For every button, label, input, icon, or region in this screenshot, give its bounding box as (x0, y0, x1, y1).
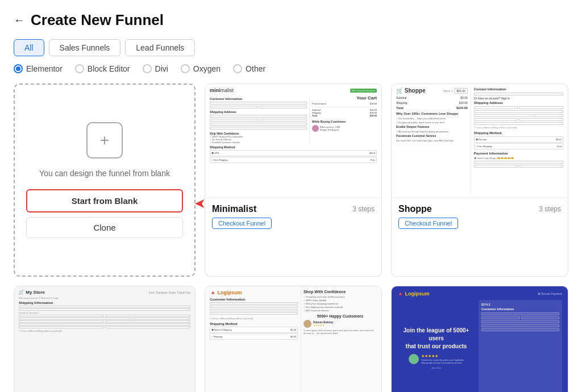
page-header: ← Create New Funnel (14, 11, 568, 29)
radio-divi-label: Divi (155, 64, 168, 73)
funnel-card-mystore: 🛒 My Store CartCheckoutOrderThank You Re… (14, 286, 196, 392)
funnel-preview-logipsum: 🔺 Logipsum Customer Information ☐ How a … (205, 286, 381, 392)
funnel-card-info-minimalist: Minimalist 3 steps Checkout Funnel (205, 198, 381, 235)
funnel-badge-minimalist[interactable]: Checkout Funnel (212, 218, 272, 229)
funnel-card-logipsum2: 🔺 Logipsum ⦿ Secure Payment Join the lea… (391, 286, 568, 392)
preview-section-shipping: Shipping Address (210, 110, 307, 114)
start-blank-button[interactable]: Start from Blank (26, 189, 183, 212)
filter-tabs: All Sales Funnels Lead Funnels (14, 39, 568, 56)
radio-other-circle (233, 64, 242, 73)
preview-shipping-method: Shipping Method (210, 145, 377, 149)
funnel-grid-top: + You can design the funnel from blank S… (14, 84, 568, 277)
radio-block-editor-circle (75, 64, 84, 73)
radio-elementor-label: Elementor (26, 64, 63, 73)
tab-sales-funnels[interactable]: Sales Funnels (49, 39, 121, 56)
radio-block-editor-label: Block Editor (88, 64, 130, 73)
radio-oxygen-label: Oxygen (193, 64, 221, 73)
funnel-grid-bottom: 🛒 My Store CartCheckoutOrderThank You Re… (14, 286, 568, 392)
preview-cart-title: Your Cart (312, 95, 377, 101)
back-arrow-icon: ← (14, 14, 25, 27)
funnel-name-minimalist: Minimalist 3 steps (212, 204, 375, 214)
radio-other-label: Other (246, 64, 265, 73)
tab-lead-funnels[interactable]: Lead Funnels (125, 39, 195, 56)
page-wrapper: ← Create New Funnel All Sales Funnels Le… (0, 0, 582, 392)
funnel-preview-minimalist: minimalist SSL Secured Checkout Customer… (205, 84, 381, 198)
blank-card-description: You can design the funnel from blank (39, 169, 170, 178)
page-title: Create New Funnel (31, 11, 164, 29)
plus-icon: + (100, 131, 109, 149)
preview-ssl-badge: SSL Secured Checkout (350, 89, 377, 93)
tab-all[interactable]: All (14, 39, 44, 56)
radio-oxygen[interactable]: Oxygen (181, 64, 221, 73)
blank-card-icon: + (86, 122, 123, 159)
radio-elementor-circle (14, 64, 23, 73)
funnel-preview-mystore: 🛒 My Store CartCheckoutOrderThank You Re… (14, 286, 195, 392)
funnel-card-shoppe: 🛒 Shoppe Items 1 $51.00 Subtotal$0.00 Sh… (391, 84, 568, 277)
radio-other[interactable]: Other (233, 64, 265, 73)
clone-button[interactable]: Clone (26, 217, 183, 238)
funnel-preview-shoppe: 🛒 Shoppe Items 1 $51.00 Subtotal$0.00 Sh… (392, 84, 568, 198)
preview-minimalist-logo: minimalist (210, 87, 234, 93)
funnel-card-logipsum: 🔺 Logipsum Customer Information ☐ How a … (205, 286, 382, 392)
radio-group: Elementor Block Editor Divi Oxygen Other (14, 64, 568, 73)
radio-block-editor[interactable]: Block Editor (75, 64, 130, 73)
red-arrow-icon: ➤ (194, 195, 206, 211)
funnel-card-info-shoppe: Shoppe 3 steps Checkout Funnel (392, 198, 568, 235)
radio-oxygen-circle (181, 64, 190, 73)
funnel-name-shoppe: Shoppe 3 steps (398, 204, 561, 214)
preview-section-customer: Customer Information (210, 97, 307, 101)
back-button[interactable]: ← (14, 14, 25, 27)
funnel-preview-logipsum2: 🔺 Logipsum ⦿ Secure Payment Join the lea… (392, 286, 568, 392)
funnel-badge-shoppe[interactable]: Checkout Funnel (398, 218, 458, 229)
radio-elementor[interactable]: Elementor (14, 64, 63, 73)
radio-divi[interactable]: Divi (143, 64, 168, 73)
blank-card: + You can design the funnel from blank S… (14, 84, 196, 277)
funnel-card-minimalist: minimalist SSL Secured Checkout Customer… (205, 84, 382, 277)
radio-divi-circle (143, 64, 152, 73)
